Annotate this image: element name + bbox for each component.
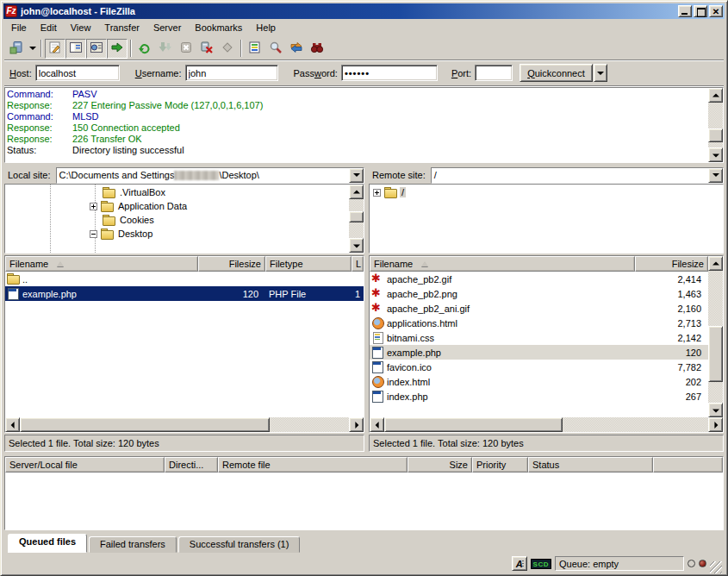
scrollbar-thumb[interactable] bbox=[708, 128, 723, 142]
toggle-transfer-queue-button[interactable] bbox=[107, 39, 128, 59]
file-row[interactable]: applications.html 2,713 bbox=[370, 316, 708, 330]
menu-transfer[interactable]: Transfer bbox=[97, 21, 146, 35]
host-input[interactable] bbox=[35, 65, 120, 81]
log-line: Response:227 Entering Passive Mode (127,… bbox=[7, 100, 706, 111]
menu-edit[interactable]: Edit bbox=[34, 21, 64, 35]
file-row-parent-dir[interactable]: .. bbox=[5, 272, 364, 286]
queue-body bbox=[5, 473, 723, 529]
file-row[interactable]: apache_pb2.png 1,463 bbox=[370, 286, 708, 301]
file-row[interactable]: index.html 202 bbox=[370, 374, 708, 389]
refresh-button[interactable] bbox=[134, 39, 155, 59]
scrollbar-thumb[interactable] bbox=[708, 326, 723, 381]
collapse-icon[interactable] bbox=[90, 230, 97, 238]
column-header-status[interactable]: Status bbox=[528, 457, 653, 473]
column-header-lastmodified[interactable]: L bbox=[352, 256, 364, 272]
column-header-filename[interactable]: Filename bbox=[370, 256, 635, 272]
column-header-server-local-file[interactable]: Server/Local file bbox=[5, 457, 165, 473]
username-input[interactable] bbox=[185, 65, 278, 81]
column-header-remote-file[interactable]: Remote file bbox=[218, 457, 408, 473]
disconnect-button[interactable] bbox=[196, 39, 217, 59]
scroll-down-button[interactable] bbox=[708, 147, 723, 162]
maximize-button[interactable] bbox=[694, 5, 707, 17]
site-manager-dropdown[interactable] bbox=[27, 39, 38, 59]
remote-site-dropdown[interactable] bbox=[708, 168, 723, 183]
scroll-right-button[interactable] bbox=[349, 417, 364, 432]
menu-server[interactable]: Server bbox=[146, 21, 188, 35]
column-header-priority[interactable]: Priority bbox=[472, 457, 528, 473]
tree-item-desktop[interactable]: Desktop bbox=[5, 227, 349, 241]
quickconnect-dropdown[interactable] bbox=[594, 64, 607, 82]
close-button[interactable] bbox=[709, 5, 723, 17]
file-row[interactable]: bitnami.css 2,142 bbox=[370, 330, 708, 345]
process-queue-button[interactable] bbox=[155, 39, 176, 59]
column-header-direction[interactable]: Directi... bbox=[165, 457, 218, 473]
datatype-ascii-icon[interactable]: A bbox=[512, 556, 527, 571]
scroll-down-button[interactable] bbox=[349, 238, 364, 253]
cancel-operation-button[interactable] bbox=[176, 39, 196, 59]
file-row[interactable]: favicon.ico 7,782 bbox=[370, 360, 708, 374]
column-header-filesize[interactable]: Filesize bbox=[198, 256, 265, 272]
reconnect-button[interactable] bbox=[217, 39, 238, 59]
menu-bookmarks[interactable]: Bookmarks bbox=[188, 21, 249, 35]
toggle-local-tree-button[interactable] bbox=[65, 39, 86, 59]
synchronized-browsing-button[interactable] bbox=[286, 39, 307, 59]
resize-grip[interactable] bbox=[710, 561, 722, 573]
expand-icon[interactable] bbox=[373, 189, 381, 197]
scroll-up-button[interactable] bbox=[708, 256, 723, 271]
local-list-horizontal-scrollbar[interactable] bbox=[5, 417, 364, 432]
scroll-down-button[interactable] bbox=[708, 403, 723, 417]
filter-button[interactable] bbox=[307, 39, 327, 59]
tree-item-root[interactable]: / bbox=[370, 185, 723, 199]
scroll-right-button[interactable] bbox=[708, 417, 723, 432]
minimize-button[interactable] bbox=[678, 5, 692, 17]
speed-limit-badge-icon[interactable]: SCD bbox=[531, 559, 551, 569]
toggle-message-log-button[interactable] bbox=[45, 39, 65, 59]
expand-icon[interactable] bbox=[90, 203, 97, 210]
file-row[interactable]: apache_pb2_ani.gif 2,160 bbox=[370, 301, 708, 316]
menubar: File Edit View Transfer Server Bookmarks… bbox=[4, 20, 724, 36]
scroll-left-button[interactable] bbox=[5, 417, 20, 432]
remote-list-vertical-scrollbar[interactable] bbox=[708, 256, 723, 417]
scrollbar-thumb[interactable] bbox=[349, 211, 364, 222]
local-tree-icon bbox=[69, 41, 83, 56]
password-input[interactable] bbox=[341, 65, 438, 81]
tab-failed-transfers[interactable]: Failed transfers bbox=[89, 536, 177, 553]
local-tree-vertical-scrollbar[interactable] bbox=[349, 185, 364, 253]
toggle-remote-tree-button[interactable] bbox=[86, 39, 107, 59]
port-input[interactable] bbox=[475, 65, 513, 81]
file-row-example-php[interactable]: example.php 120 bbox=[370, 345, 708, 360]
find-files-button[interactable] bbox=[265, 39, 286, 59]
log-vertical-scrollbar[interactable] bbox=[708, 88, 723, 162]
column-header-filesize[interactable]: Filesize bbox=[635, 256, 708, 272]
scrollbar-thumb[interactable] bbox=[20, 417, 270, 432]
remote-list-horizontal-scrollbar[interactable] bbox=[370, 417, 723, 432]
tree-item-application-data[interactable]: Application Data bbox=[5, 199, 349, 213]
titlebar[interactable]: Fz john@localhost - FileZilla bbox=[3, 3, 725, 19]
menu-help[interactable]: Help bbox=[249, 21, 283, 35]
queue-status-panel: Queue: empty bbox=[555, 556, 684, 571]
tree-item-virtualbox[interactable]: .VirtualBox bbox=[5, 185, 349, 199]
quickconnect-button[interactable]: Quickconnect bbox=[520, 64, 593, 82]
menu-file[interactable]: File bbox=[4, 21, 34, 35]
log-line: Command:PASV bbox=[7, 89, 706, 100]
column-header-filename[interactable]: Filename bbox=[5, 256, 198, 272]
file-row[interactable]: index.php 267 bbox=[370, 389, 708, 404]
local-site-dropdown[interactable] bbox=[349, 168, 364, 183]
scroll-up-button[interactable] bbox=[349, 185, 364, 199]
file-row-example-php[interactable]: example.php 120 PHP File 1 bbox=[5, 286, 364, 301]
scroll-left-button[interactable] bbox=[370, 417, 384, 432]
scrollbar-thumb[interactable] bbox=[384, 417, 563, 432]
site-manager-button[interactable] bbox=[6, 39, 27, 59]
directory-comparison-button[interactable] bbox=[245, 39, 265, 59]
scroll-up-button[interactable] bbox=[708, 88, 723, 103]
column-header-filetype[interactable]: Filetype bbox=[265, 256, 352, 272]
tab-queued-files[interactable]: Queued files bbox=[8, 534, 87, 553]
apache-file-icon bbox=[371, 288, 384, 299]
local-site-combo[interactable]: C:\Documents and Settings\Desktop\ bbox=[56, 167, 364, 184]
menu-view[interactable]: View bbox=[64, 21, 98, 35]
tree-item-cookies[interactable]: Cookies bbox=[5, 213, 349, 227]
column-header-size[interactable]: Size bbox=[408, 457, 472, 473]
tab-successful-transfers[interactable]: Successful transfers (1) bbox=[178, 536, 301, 553]
remote-site-combo[interactable]: / bbox=[431, 167, 724, 184]
file-row[interactable]: apache_pb2.gif 2,414 bbox=[370, 272, 708, 286]
